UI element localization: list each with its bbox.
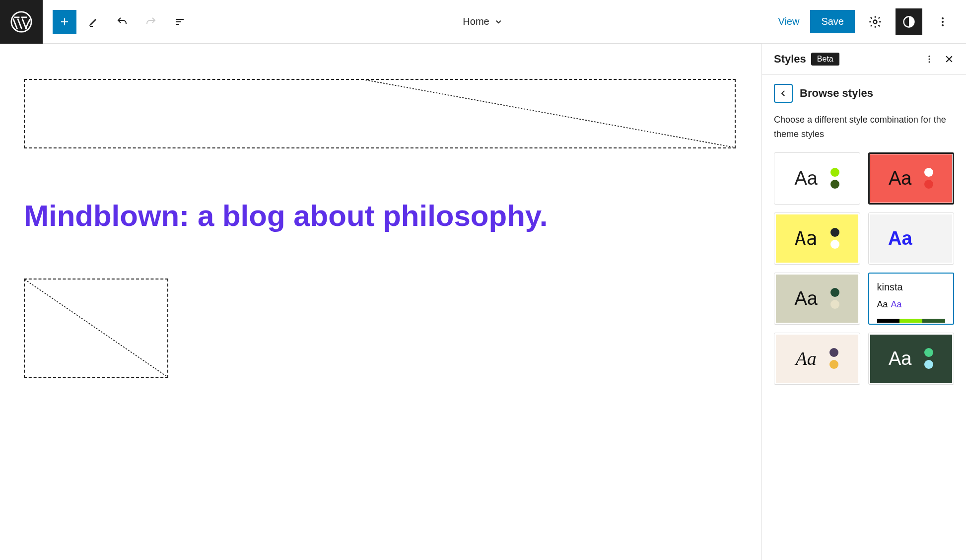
view-link[interactable]: View — [774, 11, 803, 32]
svg-point-8 — [929, 56, 930, 57]
variation-typography-sample: Aa — [888, 228, 912, 249]
close-icon — [944, 54, 954, 64]
placeholder-block-image[interactable] — [24, 279, 168, 378]
kebab-icon — [924, 54, 934, 64]
browse-styles-title: Browse styles — [800, 87, 873, 100]
style-variations-grid: AaAaAaAaAakinstaAaAaAaAa — [762, 152, 966, 397]
pencil-icon — [87, 16, 99, 28]
svg-point-9 — [929, 59, 930, 60]
style-variation-7[interactable]: Aa — [868, 333, 955, 385]
chevron-left-icon — [779, 89, 788, 98]
document-title-dropdown[interactable]: Home — [463, 16, 503, 27]
sidebar-header: Styles Beta — [762, 44, 966, 75]
close-sidebar-button[interactable] — [944, 54, 954, 64]
styles-button[interactable] — [896, 8, 922, 35]
styles-icon — [902, 15, 916, 29]
style-variation-6[interactable]: Aa — [774, 333, 860, 385]
kebab-icon — [937, 16, 949, 28]
placeholder-block-header[interactable] — [24, 79, 736, 148]
sidebar-more-button[interactable] — [924, 54, 934, 64]
more-options-button[interactable] — [929, 8, 956, 35]
edit-tool-button[interactable] — [81, 10, 105, 34]
editor-canvas[interactable]: Mindblown: a blog about philosophy. — [0, 44, 761, 560]
style-variation-4[interactable]: Aa — [774, 273, 860, 325]
plus-icon — [59, 16, 70, 28]
undo-icon — [116, 16, 128, 28]
beta-badge: Beta — [811, 53, 839, 66]
svg-point-10 — [929, 61, 930, 63]
variation-typography-sample: Aa — [796, 348, 817, 369]
variation-typography-sample: Aa — [795, 288, 818, 309]
variation-typography-sample: Aa — [795, 168, 818, 189]
redo-button[interactable] — [139, 10, 163, 34]
sidebar-title: Styles — [774, 53, 806, 66]
browse-styles-description: Choose a different style combination for… — [762, 108, 966, 152]
style-variation-1[interactable]: Aa — [868, 152, 955, 205]
page-heading[interactable]: Mindblown: a blog about philosophy. — [24, 198, 738, 234]
svg-point-5 — [942, 24, 944, 26]
settings-button[interactable] — [862, 8, 889, 35]
svg-point-3 — [942, 17, 944, 19]
save-button[interactable]: Save — [810, 10, 855, 33]
redo-icon — [145, 16, 157, 28]
document-title: Home — [463, 16, 489, 27]
back-button[interactable] — [774, 84, 793, 103]
variation-typography-sample: Aa — [889, 168, 911, 189]
svg-point-1 — [874, 20, 877, 23]
style-variation-5[interactable]: kinstaAaAa — [868, 273, 955, 325]
list-icon — [174, 16, 186, 28]
inserter-toggle-button[interactable] — [53, 10, 76, 34]
variation-name: kinsta — [877, 281, 946, 293]
svg-point-4 — [942, 21, 944, 23]
svg-line-7 — [25, 280, 167, 377]
style-variation-2[interactable]: Aa — [774, 212, 860, 265]
variation-typography-sample: Aa — [889, 348, 911, 369]
svg-line-6 — [365, 80, 735, 147]
undo-button[interactable] — [110, 10, 134, 34]
variation-typography-sample: Aa — [795, 227, 818, 249]
gear-icon — [868, 15, 882, 29]
styles-sidebar: Styles Beta Browse styles Choose a diffe… — [761, 44, 966, 560]
chevron-down-icon — [494, 17, 503, 26]
editor-toolbar: Home View Save — [0, 0, 966, 44]
style-variation-0[interactable]: Aa — [774, 152, 860, 205]
style-variation-3[interactable]: Aa — [868, 212, 955, 265]
wordpress-logo-button[interactable] — [0, 0, 43, 44]
list-view-button[interactable] — [168, 10, 192, 34]
wordpress-icon — [10, 11, 32, 33]
